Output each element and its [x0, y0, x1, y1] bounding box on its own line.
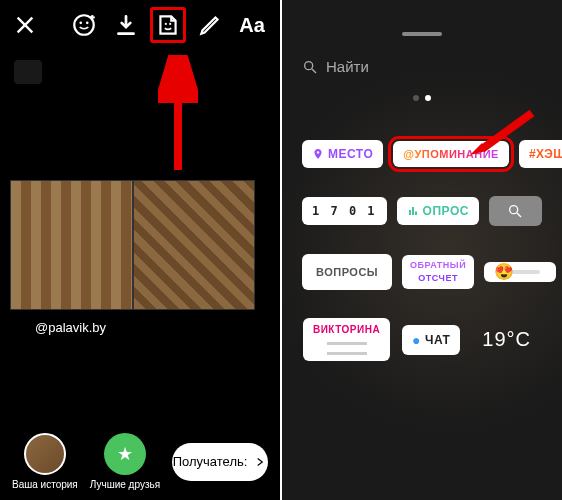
- svg-rect-15: [415, 212, 417, 216]
- text-icon[interactable]: Aa: [234, 7, 270, 43]
- mention-tag[interactable]: @palavik.by: [35, 320, 106, 335]
- chat-dot-icon: ●: [412, 332, 421, 348]
- camera-icon: [14, 60, 42, 84]
- annotation-arrow-up: [158, 55, 198, 175]
- editor-toolbar: Aa: [0, 0, 280, 50]
- search-icon: [302, 59, 318, 75]
- draw-icon[interactable]: [192, 7, 228, 43]
- svg-line-11: [312, 69, 316, 73]
- story-editor-screen: Aa @palavik.by Ваша история ★ Лучшие дру…: [0, 0, 280, 500]
- bottom-bar: Ваша история ★ Лучшие друзья Получатель:: [0, 433, 280, 490]
- drag-handle[interactable]: [402, 32, 442, 36]
- svg-point-16: [510, 206, 518, 214]
- search-icon: [507, 203, 523, 219]
- svg-point-12: [317, 151, 320, 154]
- temperature-sticker[interactable]: 19°C: [472, 321, 541, 358]
- questions-sticker[interactable]: ВОПРОСЫ: [302, 254, 392, 290]
- svg-marker-9: [164, 55, 192, 75]
- sticker-icon[interactable]: [150, 7, 186, 43]
- sticker-grid: МЕСТО @УПОМИНАНИЕ #ХЭШТЕГ 1 7 0 1 ОПРОС …: [282, 140, 562, 500]
- gif-search-sticker[interactable]: [489, 196, 542, 226]
- svg-line-17: [517, 213, 521, 217]
- emoji-slider-sticker[interactable]: 😍: [484, 262, 556, 282]
- svg-point-3: [79, 22, 82, 25]
- svg-point-10: [305, 61, 313, 69]
- chat-sticker[interactable]: ● ЧАТ: [402, 325, 460, 355]
- search-placeholder: Найти: [326, 58, 369, 75]
- pin-icon: [312, 148, 324, 160]
- story-media[interactable]: [10, 180, 255, 310]
- close-icon[interactable]: [10, 10, 40, 40]
- your-story-button[interactable]: Ваша история: [12, 433, 78, 490]
- recipient-button[interactable]: Получатель:: [172, 443, 268, 481]
- poll-sticker[interactable]: ОПРОС: [397, 197, 479, 225]
- svg-point-4: [86, 22, 89, 25]
- download-icon[interactable]: [108, 7, 144, 43]
- quiz-sticker[interactable]: ВИКТОРИНА: [303, 318, 390, 361]
- sticker-search[interactable]: Найти: [302, 58, 542, 75]
- sticker-panel-screen: Найти МЕСТО @УПОМИНАНИЕ #ХЭШТЕГ 1 7 0 1: [282, 0, 562, 500]
- svg-point-6: [169, 23, 171, 25]
- svg-rect-14: [412, 207, 414, 215]
- svg-point-5: [165, 23, 167, 25]
- best-friends-button[interactable]: ★ Лучшие друзья: [90, 433, 160, 490]
- annotation-arrow-diagonal: [470, 105, 540, 165]
- page-dots: [413, 95, 431, 101]
- poll-icon: [407, 205, 419, 217]
- svg-line-19: [482, 113, 532, 149]
- svg-rect-13: [409, 210, 411, 215]
- face-filter-icon[interactable]: [66, 7, 102, 43]
- location-sticker[interactable]: МЕСТО: [302, 140, 383, 168]
- time-sticker[interactable]: 1 7 0 1: [302, 197, 387, 225]
- countdown-sticker[interactable]: ОБРАТНЫЙ ОТСЧЕТ: [402, 255, 474, 289]
